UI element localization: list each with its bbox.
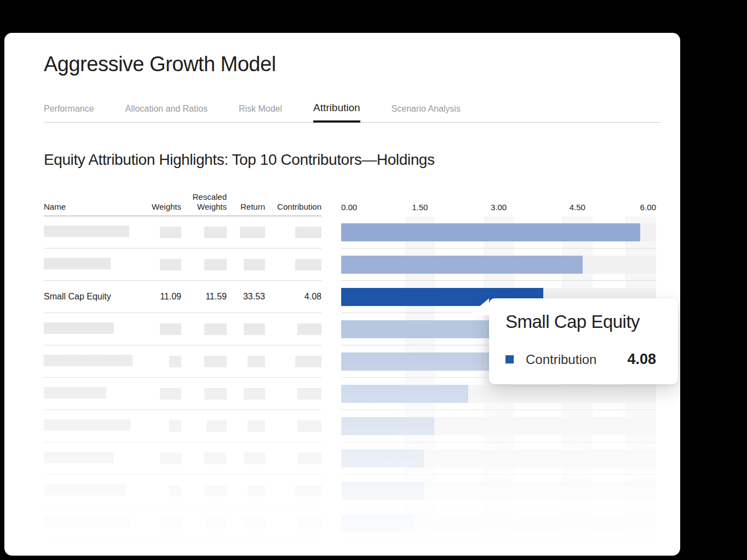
column-header: Weights <box>137 202 181 212</box>
column-header: Contribution <box>265 202 321 212</box>
contributors-table: NameWeightsRescaled WeightsReturnContrib… <box>44 183 321 539</box>
placeholder-value <box>244 324 265 335</box>
contribution-bar[interactable] <box>341 482 424 500</box>
column-header: Return <box>227 202 265 212</box>
placeholder-value <box>295 227 321 238</box>
placeholder-value <box>244 517 265 529</box>
chart-row <box>341 410 656 442</box>
table-header-row: NameWeightsRescaled WeightsReturnContrib… <box>44 183 321 216</box>
contribution-bar[interactable] <box>341 514 413 532</box>
placeholder-value <box>160 388 181 400</box>
placeholder-name <box>44 226 137 239</box>
tab-attribution[interactable]: Attribution <box>313 102 360 122</box>
contribution-bar[interactable] <box>341 353 491 371</box>
placeholder-value <box>295 259 321 270</box>
placeholder-value <box>297 388 321 400</box>
tooltip-metric-value: 4.08 <box>627 351 656 368</box>
placeholder-value <box>206 420 227 432</box>
tooltip-title: Small Cap Equity <box>505 311 640 332</box>
tab-bar: PerformanceAllocation and RatiosRisk Mod… <box>44 102 660 123</box>
tab-performance[interactable]: Performance <box>44 104 94 122</box>
placeholder-value <box>295 356 321 367</box>
column-header: Rescaled Weights <box>181 192 227 212</box>
holding-value: 11.59 <box>181 292 227 302</box>
chart-x-axis: 0.001.503.004.506.00 <box>341 200 656 212</box>
placeholder-value <box>297 517 321 529</box>
table-row <box>44 345 321 378</box>
contribution-bar[interactable] <box>341 223 640 241</box>
table-row <box>44 410 321 442</box>
x-tick-label: 4.50 <box>570 203 585 212</box>
placeholder-name <box>44 322 137 336</box>
table-row <box>44 475 321 507</box>
placeholder-value <box>160 517 181 529</box>
placeholder-name <box>44 419 137 433</box>
contribution-bar[interactable] <box>341 449 424 467</box>
x-tick-label: 6.00 <box>640 203 656 212</box>
tab-allocation-and-ratios[interactable]: Allocation and Ratios <box>125 104 208 122</box>
table-row <box>44 216 321 249</box>
table-row <box>44 442 321 475</box>
placeholder-value <box>295 485 321 497</box>
placeholder-name <box>44 355 137 368</box>
placeholder-value <box>244 388 265 400</box>
placeholder-value <box>160 259 181 270</box>
placeholder-name <box>44 258 137 272</box>
tooltip-metric-label: Contribution <box>526 352 596 367</box>
placeholder-value <box>204 227 227 238</box>
placeholder-value <box>160 453 181 464</box>
placeholder-value <box>244 259 265 270</box>
chart-row <box>341 475 656 507</box>
page-title: Aggressive Growth Model <box>44 53 276 76</box>
holding-value: 4.08 <box>265 292 321 302</box>
placeholder-value <box>204 324 227 335</box>
placeholder-value <box>240 227 265 238</box>
contribution-series-swatch-icon <box>505 355 514 363</box>
placeholder-name <box>44 516 137 530</box>
placeholder-value <box>248 356 265 367</box>
holding-name: Small Cap Equity <box>44 292 137 302</box>
placeholder-value <box>169 485 181 497</box>
placeholder-value <box>297 420 321 432</box>
placeholder-name <box>44 484 137 498</box>
placeholder-value <box>248 485 265 497</box>
contribution-bar[interactable] <box>341 320 493 338</box>
placeholder-value <box>204 388 227 400</box>
tab-scenario-analysis[interactable]: Scenario Analysis <box>392 104 461 122</box>
x-tick-label: 0.00 <box>341 203 357 212</box>
placeholder-value <box>248 420 265 432</box>
placeholder-value <box>206 517 227 529</box>
placeholder-value <box>204 259 227 270</box>
tab-risk-model[interactable]: Risk Model <box>239 104 282 122</box>
placeholder-value <box>169 420 181 432</box>
chart-row <box>341 249 656 281</box>
placeholder-value <box>204 356 227 367</box>
chart-row <box>341 216 656 249</box>
x-tick-label: 3.00 <box>491 203 507 212</box>
placeholder-name <box>44 387 137 401</box>
holding-value: 33.53 <box>227 292 265 302</box>
chart-tooltip: Small Cap Equity Contribution 4.08 <box>489 298 678 384</box>
table-row <box>44 249 321 281</box>
placeholder-value <box>169 356 181 367</box>
placeholder-value <box>244 453 265 464</box>
contribution-bar[interactable] <box>341 256 583 274</box>
placeholder-value <box>160 324 181 335</box>
holding-value: 11.09 <box>137 292 181 302</box>
x-tick-label: 1.50 <box>412 203 428 212</box>
placeholder-value <box>204 485 227 497</box>
model-report-card: Aggressive Growth Model PerformanceAlloc… <box>4 33 680 556</box>
placeholder-value <box>297 324 321 335</box>
table-row <box>44 378 321 410</box>
table-row: Small Cap Equity11.0911.5933.534.08 <box>44 281 321 313</box>
placeholder-value <box>160 227 181 238</box>
section-heading: Equity Attribution Highlights: Top 10 Co… <box>44 151 435 169</box>
placeholder-value <box>204 453 227 464</box>
table-row <box>44 507 321 539</box>
placeholder-value <box>297 453 321 464</box>
contribution-bar[interactable] <box>341 385 468 403</box>
placeholder-name <box>44 452 137 465</box>
chart-row <box>341 442 656 475</box>
contribution-bar[interactable] <box>341 417 434 435</box>
attribution-content: NameWeightsRescaled WeightsReturnContrib… <box>44 183 660 556</box>
